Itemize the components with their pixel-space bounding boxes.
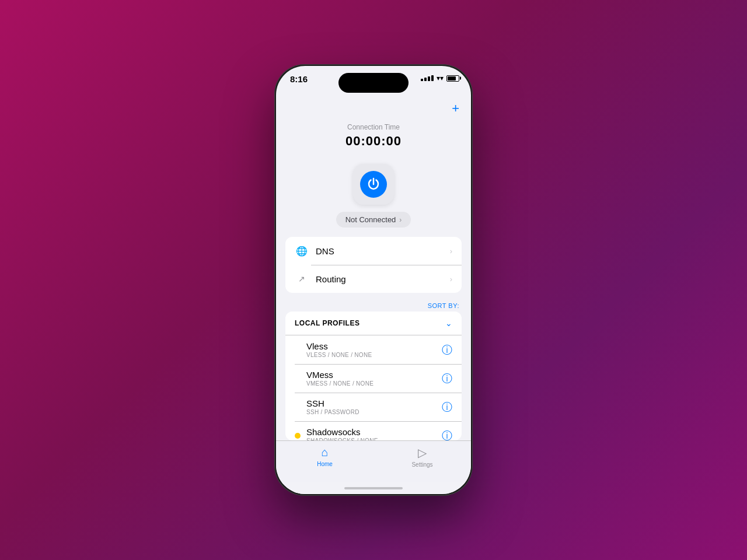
profile-subtitle-vless: VLESS / NONE / NONE — [306, 352, 442, 358]
status-icons: ▾▾ — [421, 74, 459, 82]
profile-subtitle-ssh: SSH / PASSWORD — [306, 409, 442, 415]
profile-info-icon-ssh[interactable]: ⓘ — [442, 400, 452, 414]
profile-row-vmess[interactable]: VMess VMESS / NONE / NONE ⓘ — [285, 364, 462, 393]
tab-settings[interactable]: ▷ Settings — [374, 446, 471, 468]
connection-time-value: 00:00:00 — [345, 134, 402, 149]
routing-row[interactable]: ↗ Routing › — [285, 265, 462, 293]
profile-subtitle-vmess: VMESS / NONE / NONE — [306, 380, 442, 387]
phone-screen: 8:16 ▾▾ + — [276, 66, 471, 494]
profile-dot-shadowsocks — [295, 433, 301, 439]
home-bar — [344, 487, 403, 489]
profiles-header-text: LOCAL PROFILES — [295, 319, 359, 327]
profiles-card: LOCAL PROFILES ⌄ Vless VLESS / NONE / NO… — [285, 312, 462, 440]
not-connected-chevron: › — [399, 216, 402, 224]
not-connected-pill[interactable]: Not Connected › — [336, 212, 411, 228]
profile-info-icon-vmess[interactable]: ⓘ — [442, 372, 452, 386]
background: 8:16 ▾▾ + — [274, 64, 473, 496]
dns-row[interactable]: 🌐 DNS › — [285, 237, 462, 265]
power-svg — [366, 177, 381, 192]
profile-info-icon-vless[interactable]: ⓘ — [442, 343, 452, 357]
profile-name-ssh: SSH — [306, 398, 442, 408]
settings-icon: ▷ — [418, 446, 427, 460]
profile-name-vmess: VMess — [306, 370, 442, 380]
settings-label: Settings — [411, 461, 432, 468]
profile-info-vmess: VMess VMESS / NONE / NONE — [306, 370, 442, 387]
connection-time-label: Connection Time — [347, 123, 400, 131]
routing-chevron: › — [450, 275, 452, 284]
power-icon-circle — [360, 171, 387, 198]
connection-time-section: Connection Time 00:00:00 — [276, 117, 471, 158]
profile-name-shadowsocks: Shadowsocks — [306, 427, 442, 437]
dynamic-island — [338, 73, 409, 93]
sort-bar: SORT BY: — [276, 298, 471, 312]
routing-icon: ↗ — [295, 272, 309, 286]
profile-info-shadowsocks: Shadowsocks SHADOWSOCKS / NONE — [306, 427, 442, 440]
home-icon: ⌂ — [321, 446, 328, 459]
profile-row-shadowsocks[interactable]: Shadowsocks SHADOWSOCKS / NONE ⓘ — [285, 421, 462, 440]
app-content: + Connection Time 00:00:00 — [276, 97, 471, 440]
top-bar: + — [276, 97, 471, 117]
profile-info-vless: Vless VLESS / NONE / NONE — [306, 341, 442, 358]
routing-label: Routing — [316, 274, 450, 284]
profile-subtitle-shadowsocks: SHADOWSOCKS / NONE — [306, 438, 442, 440]
sort-by-text[interactable]: SORT BY: — [428, 302, 459, 309]
power-button-container — [276, 164, 471, 205]
status-time: 8:16 — [290, 74, 308, 84]
home-indicator — [276, 482, 471, 494]
wifi-icon: ▾▾ — [437, 74, 444, 82]
phone-wrapper: 8:16 ▾▾ + — [274, 64, 473, 496]
profiles-chevron-icon: ⌄ — [445, 318, 452, 328]
tab-bar: ⌂ Home ▷ Settings — [276, 440, 471, 482]
dns-icon: 🌐 — [295, 244, 309, 258]
profile-info-ssh: SSH SSH / PASSWORD — [306, 398, 442, 415]
profiles-header[interactable]: LOCAL PROFILES ⌄ — [285, 312, 462, 335]
dns-chevron: › — [450, 247, 452, 256]
not-connected-text: Not Connected — [345, 215, 396, 224]
not-connected-badge: Not Connected › — [276, 212, 471, 228]
dns-label: DNS — [316, 246, 450, 256]
tab-home[interactable]: ⌂ Home — [276, 446, 374, 467]
power-button[interactable] — [353, 164, 394, 205]
home-label: Home — [317, 461, 333, 467]
profile-row-vless[interactable]: Vless VLESS / NONE / NONE ⓘ — [285, 335, 462, 364]
profile-name-vless: Vless — [306, 341, 442, 351]
signal-icon — [421, 75, 434, 81]
profile-info-icon-shadowsocks[interactable]: ⓘ — [442, 429, 452, 441]
settings-card: 🌐 DNS › ↗ Routing › — [285, 237, 462, 293]
profile-row-ssh[interactable]: SSH SSH / PASSWORD ⓘ — [285, 393, 462, 421]
add-button[interactable]: + — [452, 102, 459, 115]
battery-icon — [446, 75, 459, 82]
